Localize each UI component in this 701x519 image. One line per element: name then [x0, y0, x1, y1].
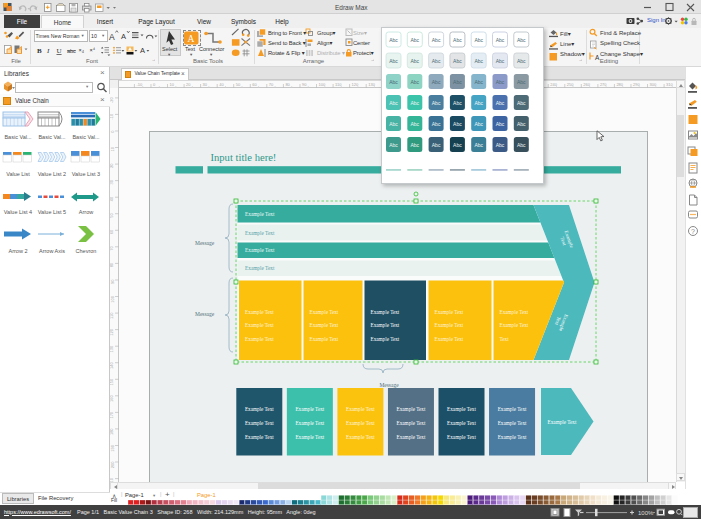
- svg-text:Abc: Abc: [474, 58, 483, 64]
- svg-text:Example Text: Example Text: [245, 434, 274, 440]
- svg-text:Example Text: Example Text: [435, 336, 464, 342]
- svg-text:Example Text: Example Text: [447, 406, 476, 412]
- svg-text:A: A: [140, 46, 145, 55]
- svg-text:Abc: Abc: [496, 37, 505, 43]
- svg-text:Example Text: Example Text: [500, 322, 529, 328]
- svg-text:Abc: Abc: [389, 58, 398, 64]
- svg-text:Example Text: Example Text: [245, 420, 274, 426]
- svg-text:Abc: Abc: [453, 142, 462, 148]
- svg-text:Abc: Abc: [389, 79, 398, 85]
- svg-text:Abc: Abc: [517, 100, 526, 106]
- svg-text:Example Text: Example Text: [371, 336, 400, 342]
- svg-text:Abc: Abc: [432, 121, 441, 127]
- svg-text:A: A: [121, 32, 126, 41]
- svg-text:Abc: Abc: [453, 37, 462, 43]
- svg-text:Text: Text: [500, 336, 510, 342]
- svg-text:Input title here!: Input title here!: [211, 152, 277, 163]
- svg-text:Example Text: Example Text: [498, 434, 527, 440]
- svg-text:Example Text: Example Text: [310, 322, 339, 328]
- svg-text:Abc: Abc: [496, 121, 505, 127]
- svg-text:Message: Message: [195, 311, 215, 317]
- svg-text:Abc: Abc: [517, 37, 526, 43]
- svg-text:Abc: Abc: [432, 142, 441, 148]
- svg-text:Abc: Abc: [517, 58, 526, 64]
- svg-text:Abc: Abc: [517, 121, 526, 127]
- svg-text:Message: Message: [379, 382, 399, 388]
- svg-text:Abc: Abc: [474, 142, 483, 148]
- svg-text:Example Text: Example Text: [245, 336, 274, 342]
- svg-text:Example Text: Example Text: [371, 309, 400, 315]
- svg-text:Abc: Abc: [517, 79, 526, 85]
- svg-text:Abc: Abc: [517, 142, 526, 148]
- svg-text:Example Text: Example Text: [245, 230, 275, 236]
- svg-text:Abc: Abc: [410, 37, 419, 43]
- svg-text:Abc: Abc: [474, 37, 483, 43]
- svg-text:Abc: Abc: [453, 58, 462, 64]
- svg-text:Example Text: Example Text: [310, 309, 339, 315]
- svg-text:Example Text: Example Text: [447, 420, 476, 426]
- svg-text:Abc: Abc: [496, 100, 505, 106]
- svg-text:Abc: Abc: [453, 79, 462, 85]
- svg-text:Example Text: Example Text: [346, 406, 375, 412]
- svg-text:Example Text: Example Text: [295, 420, 324, 426]
- svg-text:Example Text: Example Text: [371, 322, 400, 328]
- svg-text:Abc: Abc: [389, 142, 398, 148]
- svg-text:Example Text: Example Text: [245, 247, 275, 253]
- svg-text:?: ?: [691, 228, 695, 235]
- svg-text:Abc: Abc: [496, 142, 505, 148]
- svg-text:×⁴: ×⁴: [90, 47, 96, 53]
- svg-text:Abc: Abc: [474, 79, 483, 85]
- svg-text:Message: Message: [195, 240, 215, 246]
- svg-text:Abc: Abc: [474, 100, 483, 106]
- svg-text:Abc: Abc: [432, 37, 441, 43]
- svg-text:Example Text: Example Text: [397, 434, 426, 440]
- svg-text:Example Text: Example Text: [245, 322, 274, 328]
- svg-text:Abc: Abc: [432, 100, 441, 106]
- svg-text:Example Text: Example Text: [310, 336, 339, 342]
- svg-text:Abc: Abc: [389, 121, 398, 127]
- svg-text:Abc: Abc: [453, 121, 462, 127]
- svg-text:Abc: Abc: [432, 58, 441, 64]
- svg-text:A: A: [109, 32, 115, 42]
- svg-text:Example Text: Example Text: [397, 420, 426, 426]
- svg-text:Abc: Abc: [410, 79, 419, 85]
- svg-text:Example Text: Example Text: [397, 406, 426, 412]
- svg-text:Example Text: Example Text: [548, 419, 577, 425]
- svg-text:Example Text: Example Text: [295, 406, 324, 412]
- svg-text:Abc: Abc: [496, 79, 505, 85]
- svg-text:Abc: Abc: [496, 58, 505, 64]
- svg-text:Example Text: Example Text: [498, 420, 527, 426]
- svg-text:Abc: Abc: [474, 121, 483, 127]
- svg-text:Example Text: Example Text: [245, 211, 275, 217]
- svg-text:Example Text: Example Text: [295, 434, 324, 440]
- svg-text:Abc: Abc: [410, 121, 419, 127]
- svg-text:Abc: Abc: [453, 100, 462, 106]
- svg-text:Abc: Abc: [389, 37, 398, 43]
- svg-text:Example Text: Example Text: [346, 420, 375, 426]
- svg-text:Abc: Abc: [432, 79, 441, 85]
- svg-text:Abc: Abc: [410, 142, 419, 148]
- svg-text:Abc: Abc: [410, 58, 419, 64]
- svg-text:I: I: [46, 47, 50, 55]
- svg-text:Abc: Abc: [389, 100, 398, 106]
- svg-text:×₄: ×₄: [79, 47, 85, 53]
- svg-text:Example Text: Example Text: [346, 434, 375, 440]
- svg-text:Example Text: Example Text: [447, 434, 476, 440]
- svg-text:Example Text: Example Text: [435, 322, 464, 328]
- svg-text:Example Text: Example Text: [245, 265, 275, 271]
- svg-text:Example Text: Example Text: [245, 309, 274, 315]
- svg-text:U: U: [57, 47, 62, 55]
- svg-text:100%: 100%: [638, 510, 654, 516]
- svg-text:Example Text: Example Text: [435, 309, 464, 315]
- svg-text:Example Text: Example Text: [245, 406, 274, 412]
- svg-text:abc: abc: [67, 48, 76, 54]
- svg-text:Abc: Abc: [410, 100, 419, 106]
- svg-text:Example Text: Example Text: [498, 406, 527, 412]
- svg-text:Example Text: Example Text: [500, 309, 529, 315]
- svg-text:B: B: [37, 47, 42, 55]
